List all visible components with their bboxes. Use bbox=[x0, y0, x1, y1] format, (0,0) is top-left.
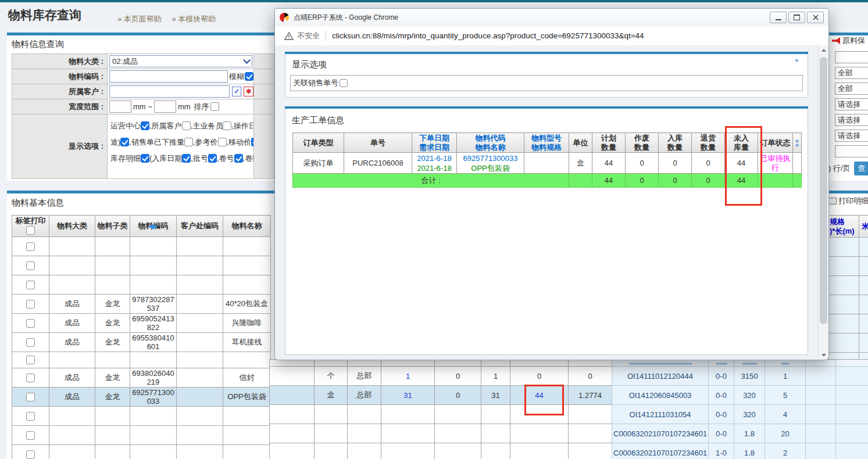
right-field-2[interactable]: 全部 bbox=[835, 67, 868, 79]
col-dates[interactable]: 下单日期需求日期 bbox=[412, 133, 457, 153]
opt-checkbox[interactable] bbox=[141, 154, 149, 163]
code-cell: 模糊 bbox=[108, 69, 254, 84]
top-accent-bar bbox=[0, 0, 868, 2]
opt-checkbox[interactable] bbox=[141, 121, 149, 130]
row-checkbox[interactable] bbox=[26, 356, 35, 364]
col-material[interactable]: 物料代码物料名称 bbox=[457, 133, 524, 153]
row-checkbox[interactable] bbox=[26, 242, 35, 251]
col-unit: 单位 bbox=[569, 133, 592, 153]
row-checkbox[interactable] bbox=[26, 281, 35, 289]
list-item: OI141110121204440-031501 bbox=[612, 367, 868, 386]
row-checkbox[interactable] bbox=[26, 338, 35, 347]
sort-checkbox[interactable] bbox=[210, 102, 219, 111]
col-header-code[interactable]: 物料编码 ◀▶ bbox=[130, 216, 177, 237]
opt-checkbox[interactable] bbox=[182, 154, 191, 163]
category-select[interactable]: 02:成品 bbox=[109, 55, 252, 67]
security-label: 不安全 bbox=[297, 31, 320, 41]
display-options-label: 显示选项 : bbox=[12, 114, 108, 179]
list-item: OI14121110310540-03204 bbox=[612, 405, 868, 424]
row-checkbox[interactable] bbox=[26, 393, 35, 401]
divider bbox=[326, 31, 326, 41]
width-max-input[interactable] bbox=[154, 101, 176, 113]
opt-checkbox[interactable] bbox=[182, 121, 191, 130]
right-field-5[interactable]: 请选择 bbox=[835, 114, 868, 126]
basic-table: 标签打印 物料大类 物料子类 物料编码 ◀▶ 客户处编码 物料名称 成品金龙97… bbox=[12, 215, 271, 459]
opt-label: ,主业务员 bbox=[191, 121, 223, 130]
module-help-link[interactable]: » 本模块帮助 bbox=[172, 15, 216, 23]
display-options-line1: 运营中心,所属客户,主业务员,操作日期,时 bbox=[110, 118, 254, 134]
row-checkbox[interactable] bbox=[26, 412, 35, 421]
scroll-up-arrow[interactable] bbox=[819, 45, 828, 55]
collapse-icon[interactable]: « bbox=[795, 58, 798, 62]
minimize-button[interactable] bbox=[770, 12, 787, 23]
table-row: 成品金龙6938026040219信封 bbox=[12, 368, 271, 388]
row-checkbox[interactable] bbox=[26, 431, 35, 440]
opt-checkbox[interactable] bbox=[218, 138, 227, 146]
opt-label: 运营中心 bbox=[110, 121, 141, 130]
col-model-spec[interactable]: 物料型号物料规格 bbox=[524, 133, 569, 153]
opt-label: ,销售单已下推量 bbox=[129, 138, 184, 146]
width-cell: mm ~ mm 排序 bbox=[108, 99, 254, 114]
form-filler-cell bbox=[254, 69, 274, 84]
right-field-7[interactable] bbox=[835, 145, 868, 157]
customer-picker-icon[interactable]: ✓ bbox=[232, 87, 242, 96]
table-row: 成品金龙978730228753740*20包装盒 bbox=[12, 295, 271, 314]
opt-checkbox[interactable] bbox=[208, 154, 217, 163]
page-help-link[interactable]: » 本页面帮助 bbox=[117, 15, 162, 23]
total-label: 合计 : bbox=[293, 174, 569, 188]
right-field-6[interactable]: 请选择 bbox=[835, 130, 868, 142]
category-select-value: 02:成品 bbox=[112, 56, 138, 67]
opt-label: ,所属客户 bbox=[149, 121, 182, 130]
col-order-type: 订单类型 bbox=[293, 133, 344, 153]
toolbar-button-label[interactable]: 原料保 bbox=[842, 35, 865, 46]
related-sales-checkbox[interactable] bbox=[340, 79, 348, 87]
opt-label: ,操作日期 bbox=[231, 121, 254, 130]
form-filler-cell bbox=[254, 84, 274, 99]
table-row-selected: 成品金龙6925771300033OPP包装袋 bbox=[12, 388, 271, 407]
right-field-4[interactable]: 请选择 bbox=[835, 98, 868, 110]
restore-button[interactable] bbox=[788, 12, 805, 23]
popup-scrollbar[interactable] bbox=[818, 45, 828, 360]
table-row: 成品金龙6959052413822兴隆咖啡 bbox=[12, 314, 271, 333]
popup-titlebar[interactable]: 点晴ERP子系统 - Google Chrome bbox=[275, 9, 828, 27]
row-checkbox[interactable] bbox=[26, 450, 35, 459]
print-detail-button[interactable]: 打印明细机 bbox=[828, 196, 868, 206]
opt-label: ,参考价 bbox=[193, 138, 218, 146]
row-checkbox[interactable] bbox=[26, 319, 35, 328]
select-all-checkbox[interactable] bbox=[26, 226, 35, 235]
opt-checkbox[interactable] bbox=[223, 121, 231, 130]
customer-clear-icon[interactable]: ✱ bbox=[244, 87, 253, 96]
col-header-subcategory: 物料子类 bbox=[95, 216, 130, 237]
material-code-link[interactable]: 6925771300033 bbox=[463, 154, 518, 163]
table-row: 个总部10100 bbox=[270, 367, 612, 386]
query-button[interactable]: 查 bbox=[854, 162, 868, 175]
opt-label: ,批号 bbox=[191, 154, 208, 163]
opt-checkbox[interactable] bbox=[184, 138, 193, 146]
customer-input[interactable] bbox=[109, 85, 230, 98]
col-header-category: 物料大类 bbox=[49, 216, 95, 237]
opt-checkbox[interactable] bbox=[120, 138, 129, 146]
row-checkbox[interactable] bbox=[26, 374, 35, 382]
opt-label: ,移动价 bbox=[227, 138, 252, 146]
right-field-1[interactable] bbox=[835, 51, 868, 63]
opt-label: 途) bbox=[110, 138, 120, 146]
collapse-expand-icon[interactable]: «» bbox=[793, 133, 802, 153]
right-field-3[interactable]: 全部 bbox=[835, 83, 868, 95]
fuzzy-checkbox[interactable] bbox=[245, 72, 253, 81]
row-checkbox[interactable] bbox=[26, 261, 35, 270]
scroll-down-arrow[interactable] bbox=[819, 350, 828, 360]
row-checkbox[interactable] bbox=[26, 300, 35, 309]
opt-checkbox[interactable] bbox=[234, 154, 243, 163]
popup-window-title: 点晴ERP子系统 - Google Chrome bbox=[294, 13, 768, 23]
basic-panel-title: 物料基本信息 bbox=[12, 198, 64, 209]
customer-label: 所属客户 : bbox=[12, 84, 108, 99]
col-header-spec: 规格)*长(m) bbox=[828, 216, 859, 238]
code-input[interactable] bbox=[109, 70, 228, 83]
scrollbar-thumb[interactable] bbox=[820, 57, 827, 324]
width-min-input[interactable] bbox=[109, 101, 131, 113]
col-in-qty: 入库数量 bbox=[659, 133, 692, 153]
rows-per-page-label: ) 行/页 bbox=[828, 163, 851, 174]
popup-address-bar[interactable]: 不安全 clicksun.cn:88/mis/mrp/into_quantity… bbox=[275, 26, 828, 46]
close-button[interactable] bbox=[807, 12, 824, 23]
table-row bbox=[12, 275, 271, 295]
